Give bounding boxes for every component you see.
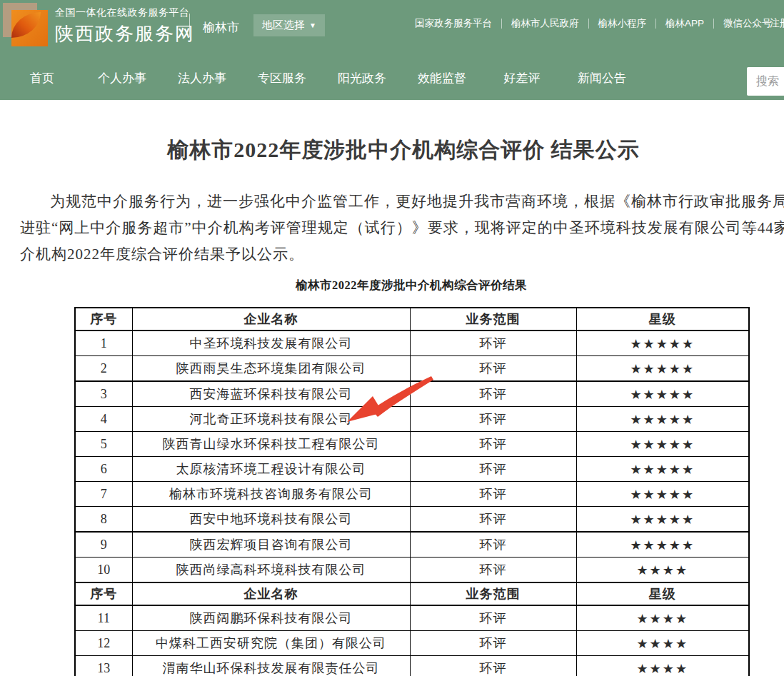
nav-item[interactable]: 首页 [2, 66, 82, 91]
name-value: 陕西尚绿高科环境科技有限公司 [132, 558, 410, 583]
no-value: 8 [75, 507, 132, 533]
name-value: 西安中地环境科技有限公司 [132, 507, 410, 533]
no-value: 11 [75, 605, 132, 631]
star-value: ★★★★ [576, 656, 749, 676]
column-header: 企业名称 [132, 582, 410, 605]
current-city-label: 榆林市 [203, 19, 239, 36]
nav-item[interactable]: 法人办事 [162, 66, 242, 91]
star-value: ★★★★★ [576, 482, 749, 507]
nav-item[interactable]: 阳光政务 [322, 66, 402, 91]
name-value: 中煤科工西安研究院（集团）有限公司 [132, 631, 410, 656]
table-row: 3西安海蓝环保科技有限公司环评★★★★★ [75, 381, 749, 407]
scope-value: 环评 [410, 656, 576, 676]
star-value: ★★★★★ [576, 457, 749, 482]
table-row: 9陕西宏辉项目咨询有限公司环评★★★★★ [75, 532, 749, 558]
star-value: ★★★★★ [576, 432, 749, 457]
no-value: 4 [75, 407, 132, 432]
name-value: 陕西青山绿水环保科技工程有限公司 [132, 432, 410, 457]
top-link[interactable]: 榆林市人民政府 [502, 17, 588, 30]
no-value: 5 [75, 432, 132, 457]
paragraph-line: 进驻“网上中介服务超市”中介机构考评管理规定（试行）》要求，现将评定的中圣环境科… [20, 215, 784, 241]
table-row: 6太原核清环境工程设计有限公司环评★★★★★ [75, 457, 749, 482]
scope-value: 环评 [410, 432, 576, 457]
top-link[interactable]: 榆林APP [656, 17, 713, 30]
table-row: 8西安中地环境科技有限公司环评★★★★★ [75, 507, 749, 533]
name-value: 太原核清环境工程设计有限公司 [132, 457, 410, 482]
scope-value: 环评 [410, 407, 576, 432]
site-name: 陕西政务服务网 [55, 21, 195, 46]
star-value: ★★★★★ [576, 331, 749, 356]
search-box[interactable] [747, 67, 784, 96]
region-selector-button[interactable]: 地区选择 ▼ [253, 14, 325, 36]
no-value: 12 [75, 631, 132, 656]
star-value: ★★★★★ [576, 407, 749, 432]
page: 全国一体化在线政务服务平台 陕西政务服务网 榆林市 地区选择 ▼ 国家政务服务平… [0, 0, 784, 676]
scope-value: 环评 [410, 331, 576, 356]
top-link[interactable]: 国家政务服务平台 [406, 17, 501, 30]
scope-value: 环评 [410, 558, 576, 583]
no-value: 13 [75, 656, 132, 676]
nav-item[interactable]: 新闻公告 [562, 66, 642, 91]
site-header: 全国一体化在线政务服务平台 陕西政务服务网 榆林市 地区选择 ▼ 国家政务服务平… [0, 0, 784, 100]
no-value: 9 [75, 532, 132, 558]
column-header: 序号 [75, 582, 132, 605]
name-value: 榆林市环境科技咨询服务有限公司 [132, 482, 410, 507]
nav-item[interactable]: 专区服务 [242, 66, 322, 91]
table-row: 12中煤科工西安研究院（集团）有限公司环评★★★★ [75, 631, 749, 656]
star-value: ★★★★ [576, 631, 749, 656]
column-header: 业务范围 [410, 308, 576, 331]
table-row: 4河北奇正环境科技有限公司环评★★★★★ [75, 407, 749, 432]
top-link[interactable]: 榆林小程序 [589, 17, 656, 30]
table-row: 1中圣环境科技发展有限公司环评★★★★★ [75, 331, 749, 356]
register-link[interactable]: 注册 [770, 17, 784, 30]
platform-label: 全国一体化在线政务服务平台 [55, 6, 195, 19]
name-value: 中圣环境科技发展有限公司 [132, 331, 410, 356]
paragraph-line: 为规范中介服务行为，进一步强化中介监管工作，更好地提升我市营商环境，根据《榆林市… [20, 188, 784, 215]
site-logo[interactable] [3, 3, 50, 49]
table-row: 2陕西雨昊生态环境集团有限公司环评★★★★★ [75, 356, 749, 382]
star-value: ★★★★★ [576, 381, 749, 407]
table-row: 10陕西尚绿高科环境科技有限公司环评★★★★ [75, 558, 749, 583]
column-header: 星级 [576, 582, 749, 605]
star-value: ★★★★★ [576, 356, 749, 382]
table-row: 13渭南华山环保科技发展有限责任公司环评★★★★ [75, 656, 749, 676]
column-header: 业务范围 [410, 582, 576, 605]
no-value: 6 [75, 457, 132, 482]
table-header-row: 序号企业名称业务范围星级 [75, 308, 749, 331]
star-value: ★★★★★ [576, 532, 749, 558]
name-value: 陕西宏辉项目咨询有限公司 [132, 532, 410, 558]
scope-value: 环评 [410, 381, 576, 407]
table-header-row: 序号企业名称业务范围星级 [75, 582, 749, 605]
chevron-down-icon: ▼ [309, 22, 316, 29]
scope-value: 环评 [410, 457, 576, 482]
star-value: ★★★★ [576, 605, 749, 631]
column-header: 企业名称 [132, 308, 410, 331]
scope-value: 环评 [410, 482, 576, 507]
star-value: ★★★★★ [576, 507, 749, 533]
nav-item[interactable]: 效能监督 [402, 66, 482, 91]
scope-value: 环评 [410, 532, 576, 558]
table-row: 7榆林市环境科技咨询服务有限公司环评★★★★★ [75, 482, 749, 507]
top-links: 国家政务服务平台榆林市人民政府榆林小程序榆林APP微信公众号 [406, 17, 781, 30]
column-header: 序号 [75, 308, 132, 331]
nav-item[interactable]: 个人办事 [82, 66, 162, 91]
header-divider [189, 14, 190, 37]
region-selector-label: 地区选择 [262, 19, 305, 32]
table-row: 5陕西青山绿水环保科技工程有限公司环评★★★★★ [75, 432, 749, 457]
paragraph-line: 介机构2022年度综合评价结果予以公示。 [20, 241, 784, 268]
nav-item[interactable]: 好差评 [482, 66, 562, 91]
no-value: 7 [75, 482, 132, 507]
no-value: 3 [75, 381, 132, 407]
name-value: 渭南华山环保科技发展有限责任公司 [132, 656, 410, 676]
no-value: 2 [75, 356, 132, 382]
evaluation-results-table: 序号企业名称业务范围星级1中圣环境科技发展有限公司环评★★★★★2陕西雨昊生态环… [74, 307, 750, 676]
brand-block: 全国一体化在线政务服务平台 陕西政务服务网 [55, 6, 195, 46]
page-title: 榆林市2022年度涉批中介机构综合评价 结果公示 [0, 136, 784, 165]
main-nav: 首页个人办事法人办事专区服务阳光政务效能监督好差评新闻公告 [2, 66, 642, 91]
name-value: 河北奇正环境科技有限公司 [132, 407, 410, 432]
no-value: 10 [75, 558, 132, 583]
search-input[interactable] [755, 74, 784, 89]
column-header: 星级 [576, 308, 749, 331]
notice-paragraph: 为规范中介服务行为，进一步强化中介监管工作，更好地提升我市营商环境，根据《榆林市… [20, 188, 784, 268]
table-caption: 榆林市2022年度涉批中介机构综合评价结果 [0, 278, 784, 293]
